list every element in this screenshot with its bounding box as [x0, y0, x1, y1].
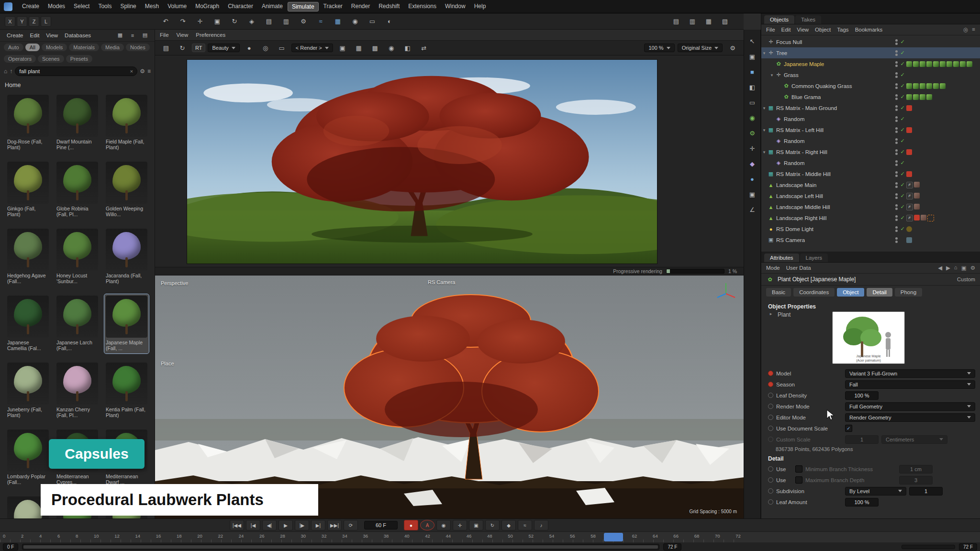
tag-icon[interactable]	[914, 182, 920, 187]
last-tool-icon[interactable]: ◈	[245, 16, 259, 27]
previous-frame-button[interactable]: ◀|	[262, 520, 277, 530]
asset-tile[interactable]: Ginkgo (Fall, Plant)	[6, 160, 50, 220]
project-end-field[interactable]: 72 F	[959, 543, 977, 551]
keyframe-dot-icon[interactable]	[768, 488, 773, 494]
visibility-dots[interactable]	[894, 50, 899, 56]
enabled-check-icon[interactable]: ✓	[899, 61, 906, 67]
enabled-check-icon[interactable]: ✓	[899, 215, 906, 221]
menu-item[interactable]: Spline	[116, 2, 140, 11]
current-frame-field[interactable]: 60 F	[364, 521, 398, 529]
panel-tab[interactable]: Takes	[795, 15, 821, 24]
asset-filter-tab[interactable]: Nodes	[126, 44, 150, 51]
grid-snap-icon[interactable]: ▦	[331, 16, 345, 27]
tag-icon[interactable]	[906, 127, 912, 133]
range-end-field[interactable]: 72 F	[663, 543, 681, 551]
object-row[interactable]: Random ✓	[761, 157, 980, 168]
asset-filter-tab[interactable]: Models	[42, 44, 67, 51]
visibility-dots[interactable]	[894, 138, 899, 144]
panel-options-icon[interactable]: ▤	[139, 31, 151, 40]
render-region-icon[interactable]: ▭	[275, 42, 289, 54]
enhanced-view-icon[interactable]: ▩	[368, 42, 382, 54]
pointer-tool-icon[interactable]: ↖	[745, 35, 759, 47]
asset-tile[interactable]: Japanese Maple (Fall, ...	[104, 294, 149, 353]
editor-mode-dropdown[interactable]: Render Geometry	[845, 413, 975, 422]
render-view-menu-item[interactable]: View	[177, 32, 189, 38]
settings-icon[interactable]: ⚙	[970, 264, 975, 271]
enabled-check-icon[interactable]: ✓	[899, 127, 906, 133]
enabled-check-icon[interactable]: ✓	[899, 105, 906, 111]
enabled-check-icon[interactable]: ✓	[899, 193, 906, 199]
tag-icon[interactable]	[960, 61, 966, 67]
texture-mode-icon[interactable]: ◧	[745, 81, 759, 93]
attribute-menu-item[interactable]: Mode	[766, 265, 780, 271]
layout-quad-icon[interactable]: ▦	[702, 16, 716, 27]
modeling-settings-icon[interactable]: ⚙	[745, 127, 759, 139]
object-row[interactable]: Landscape Main ✓	[761, 179, 980, 190]
enabled-check-icon[interactable]: ✓	[899, 72, 906, 78]
lock-icon[interactable]: ▣	[961, 264, 967, 271]
asset-tile[interactable]: Hedgehog Agave (Fall...	[6, 227, 50, 287]
redo-icon[interactable]: ↷	[176, 16, 190, 27]
object-label[interactable]: Grass	[784, 72, 799, 78]
playhead[interactable]	[604, 533, 623, 541]
subdivision-dropdown[interactable]: By Level	[845, 487, 906, 496]
keyframe-dot-icon[interactable]	[768, 404, 773, 409]
tag-icon[interactable]	[913, 83, 919, 89]
undo-icon[interactable]: ↶	[158, 16, 173, 27]
leaf-amount-field[interactable]: 100 %	[845, 498, 879, 507]
search-settings-icon[interactable]: ⚙	[140, 68, 145, 75]
snap-icon[interactable]: ◉	[384, 42, 399, 54]
visibility-dots[interactable]	[894, 204, 899, 210]
attribute-tab[interactable]: Object	[837, 288, 864, 297]
object-menu-item[interactable]: Tags	[837, 27, 848, 33]
max-branch-checkbox[interactable]	[795, 476, 802, 484]
object-row[interactable]: RS Matrix - Middle Hill ✓	[761, 168, 980, 179]
object-row[interactable]: ▾ Grass ✓	[761, 69, 980, 80]
tag-icon[interactable]	[906, 182, 913, 188]
object-label[interactable]: Landscape Right Hill	[776, 215, 826, 221]
asset-menu-item[interactable]: Edit	[27, 32, 43, 39]
model-dropdown[interactable]: Variant 3 Full-Grown	[845, 369, 975, 378]
object-label[interactable]: Blue Grama	[791, 94, 821, 100]
sound-button[interactable]: ♪	[534, 520, 548, 530]
object-label[interactable]: RS Camera	[776, 237, 805, 243]
keyframe-dot-icon[interactable]	[768, 415, 773, 420]
record-button[interactable]: ●	[404, 520, 418, 530]
visibility-dots[interactable]	[894, 61, 899, 67]
object-label[interactable]: Random	[784, 138, 804, 144]
tag-icon[interactable]	[920, 83, 925, 89]
visibility-dots[interactable]	[894, 226, 899, 232]
keyframe-dot-icon[interactable]	[768, 382, 773, 387]
object-row[interactable]: RS Dome Light ✓	[761, 223, 980, 234]
scale-tool-icon[interactable]: ▣	[210, 16, 224, 27]
visibility-dots[interactable]	[894, 116, 899, 122]
object-label[interactable]: Tree	[776, 50, 787, 56]
model-mode-icon[interactable]: ■	[745, 66, 759, 77]
asset-tile[interactable]: Japanese Camellia (Fal...	[6, 294, 50, 353]
asset-tile[interactable]: Juneberry (Fall, Plant)	[6, 361, 50, 420]
asset-section-label[interactable]: Home	[0, 78, 155, 89]
visibility-dots[interactable]	[894, 127, 899, 133]
asset-tile[interactable]: Dwarf Mountain Pine (...	[55, 93, 100, 153]
object-row[interactable]: ▾ RS Matrix - Right Hill ✓	[761, 146, 980, 157]
tag-icon[interactable]	[920, 94, 925, 100]
record-pla-button[interactable]: ≈	[518, 520, 532, 530]
keyframe-dot-icon[interactable]	[768, 466, 773, 472]
enabled-check-icon[interactable]: ✓	[899, 138, 906, 144]
keyframe-selection-button[interactable]: ◉	[436, 520, 451, 530]
tag-icon[interactable]	[906, 215, 913, 221]
menu-item[interactable]: Redshift	[375, 2, 403, 11]
expand-arrow[interactable]: ▾	[761, 106, 767, 110]
next-key-button[interactable]: ▶|	[311, 520, 325, 530]
viewport-filter-icon[interactable]: ◐	[382, 16, 397, 27]
axis-toggle[interactable]: Z	[29, 16, 39, 27]
object-row[interactable]: Blue Grama ✓	[761, 91, 980, 102]
panel-tab[interactable]: Attributes	[764, 253, 799, 262]
object-label[interactable]: Common Quaking Grass	[791, 83, 852, 89]
asset-menu-item[interactable]: Create	[4, 32, 26, 39]
tag-icon[interactable]	[927, 215, 934, 221]
attribute-menu-item[interactable]: User Data	[786, 265, 811, 271]
object-row[interactable]: Landscape Right Hill ✓	[761, 212, 980, 223]
home-icon[interactable]: ⌂	[4, 68, 7, 75]
magnet-snap-icon[interactable]: ◉	[348, 16, 362, 27]
